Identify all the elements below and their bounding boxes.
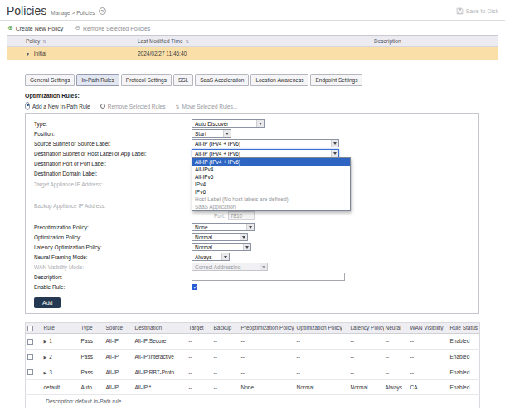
- col-preoptimization-policy: Preoptimization Policy: [240, 323, 295, 334]
- policy-tabs: General Settings In-Path Rules Protocol …: [25, 74, 498, 86]
- column-policy[interactable]: Policy⇅: [7, 38, 138, 44]
- enable-rule-label: Enable Rule:: [34, 284, 192, 290]
- backup-appliance-ip-label: Backup Appliance IP Address:: [34, 203, 192, 209]
- tab-ssl[interactable]: SSL: [173, 74, 193, 86]
- description-input[interactable]: [192, 273, 345, 281]
- policies-table-header: Policy⇅ Last Modified Time⇅ Description: [7, 36, 498, 47]
- rule-preopt: --: [240, 333, 295, 349]
- rule-backup: --: [212, 364, 240, 380]
- tab-general-settings[interactable]: General Settings: [25, 74, 75, 86]
- destination-domain-label: Destination Domain Label:: [34, 171, 192, 176]
- rule-source: All-IP: [104, 380, 134, 395]
- col-wan-visibility: WAN Visibility: [409, 323, 449, 334]
- expand-icon[interactable]: ▶: [44, 355, 47, 360]
- remove-selected-policies-action[interactable]: ⊖ Remove Selected Policies: [75, 25, 150, 31]
- destination-subnet-select-value: All-IP (IPv4 + IPv6): [195, 151, 329, 157]
- row-checkbox[interactable]: [27, 369, 33, 375]
- rule-preopt: None: [240, 380, 295, 395]
- rule-number: 1: [49, 338, 52, 344]
- add-new-in-path-rule-label: Add a New In-Path Rule: [32, 104, 90, 109]
- rule-backup: --: [212, 349, 240, 364]
- rule-row-default[interactable]: default Auto All-IP All-IP:* -- -- None …: [26, 380, 480, 395]
- dropdown-option[interactable]: IPv4: [192, 181, 350, 188]
- column-description: Description: [374, 38, 498, 44]
- optimization-policy-select[interactable]: Normal: [192, 233, 248, 241]
- expand-icon[interactable]: ▶: [44, 339, 47, 344]
- chevron-down-icon: [331, 150, 338, 157]
- rule-latency: --: [349, 349, 384, 364]
- chevron-down-icon: [260, 263, 267, 270]
- row-checkbox[interactable]: [27, 339, 33, 345]
- row-checkbox[interactable]: [27, 354, 33, 360]
- rule-destination: All-IP:Interactive: [134, 349, 187, 364]
- rule-row-3[interactable]: ▶3 Pass All-IP All-IP:RBT-Proto -- -- --…: [26, 364, 480, 380]
- expand-icon[interactable]: ▶: [44, 370, 47, 375]
- rule-latency: --: [349, 333, 384, 349]
- save-to-disk-button[interactable]: Save to Disk: [456, 7, 498, 15]
- create-new-policy-action[interactable]: ⊕ Create New Policy: [7, 25, 63, 31]
- rule-number: default: [42, 380, 80, 395]
- policy-row-initial[interactable]: ▼ Initial 2024/02/27 11:46:40: [7, 47, 498, 60]
- rule-backup: --: [212, 380, 240, 395]
- neural-framing-mode-select[interactable]: Always: [192, 253, 230, 261]
- remove-selected-rules-label: Remove Selected Rules: [108, 104, 166, 109]
- dropdown-option[interactable]: IPv6: [192, 188, 350, 196]
- type-select-value: Auto Discover: [195, 121, 255, 127]
- rule-actions: Add a New In-Path Rule Remove Selected R…: [25, 102, 498, 110]
- rule-row-2[interactable]: ▶2 Pass All-IP All-IP:Interactive -- -- …: [26, 349, 480, 364]
- rule-latency: --: [349, 364, 384, 380]
- column-last-modified[interactable]: Last Modified Time⇅: [138, 38, 374, 44]
- description-label: Description:: [34, 274, 192, 280]
- column-policy-label: Policy: [26, 38, 40, 44]
- dropdown-option[interactable]: All-IP (IPv4 + IPv6): [192, 158, 350, 166]
- position-select[interactable]: Start: [192, 129, 231, 138]
- select-all-checkbox[interactable]: [27, 326, 33, 331]
- move-selected-rules-action[interactable]: ⇅ Move Selected Rules...: [175, 104, 237, 109]
- position-select-value: Start: [195, 131, 221, 137]
- rule-wan: --: [409, 333, 449, 349]
- rule-type: Pass: [80, 364, 104, 380]
- collapse-icon[interactable]: ▼: [26, 51, 30, 56]
- page-title: Policies: [7, 4, 46, 17]
- rule-type: Auto: [80, 380, 104, 395]
- dropdown-option[interactable]: All-IPv6: [192, 173, 350, 181]
- rule-wan: --: [409, 349, 449, 364]
- sort-icon: ⇅: [42, 39, 46, 44]
- rule-opt: --: [295, 364, 349, 380]
- source-subnet-select[interactable]: All-IP (IPv4 + IPv6): [192, 139, 339, 147]
- column-description-label: Description: [374, 38, 401, 44]
- type-select[interactable]: Auto Discover: [192, 119, 265, 128]
- latency-optimization-policy-select[interactable]: Normal: [192, 243, 251, 251]
- help-icon[interactable]: ?: [99, 7, 106, 15]
- preoptimization-policy-value: None: [195, 224, 245, 230]
- plus-circle-icon: ⊕: [7, 25, 13, 31]
- remove-selected-rules-radio[interactable]: Remove Selected Rules: [100, 104, 166, 109]
- policy-actions: ⊕ Create New Policy ⊖ Remove Selected Po…: [0, 21, 505, 35]
- source-subnet-label: Source Subnet or Source Label:: [34, 141, 192, 147]
- tab-endpoint-settings[interactable]: Endpoint Settings: [310, 74, 362, 86]
- tab-saas-acceleration[interactable]: SaaS Acceleration: [195, 74, 249, 86]
- add-rule-button[interactable]: Add: [34, 297, 61, 308]
- add-new-in-path-rule-radio[interactable]: Add a New In-Path Rule: [25, 102, 90, 110]
- tab-protocol-settings[interactable]: Protocol Settings: [121, 74, 172, 86]
- col-optimization-policy: Optimization Policy: [295, 323, 349, 334]
- tab-in-path-rules[interactable]: In-Path Rules: [76, 74, 119, 86]
- preoptimization-policy-select[interactable]: None: [192, 223, 255, 231]
- default-rule-description: Description: default In-Path rule: [26, 395, 480, 408]
- rule-target: --: [187, 380, 212, 395]
- dropdown-option[interactable]: All-IPv4: [192, 166, 350, 173]
- enable-rule-checkbox[interactable]: [192, 284, 197, 290]
- chevron-down-icon: [243, 244, 250, 250]
- latency-optimization-policy-label: Latency Optimization Policy:: [34, 244, 192, 250]
- optimization-rules-heading: Optimization Rules:: [25, 93, 498, 99]
- in-path-rules-table: Rule Type Source Destination Target Back…: [25, 322, 480, 408]
- policies-table: Policy⇅ Last Modified Time⇅ Description …: [7, 35, 498, 420]
- col-destination: Destination: [134, 323, 187, 334]
- rule-neural: --: [384, 349, 409, 364]
- breadcrumb: Manage > Policies: [51, 10, 95, 16]
- rule-row-1[interactable]: ▶1 Pass All-IP All-IP:Secure -- -- -- --…: [26, 333, 480, 349]
- rule-preopt: --: [240, 364, 295, 380]
- tab-location-awareness[interactable]: Location Awareness: [250, 74, 308, 86]
- destination-subnet-select[interactable]: All-IP (IPv4 + IPv6): [192, 149, 339, 157]
- minus-circle-icon: ⊖: [75, 25, 80, 31]
